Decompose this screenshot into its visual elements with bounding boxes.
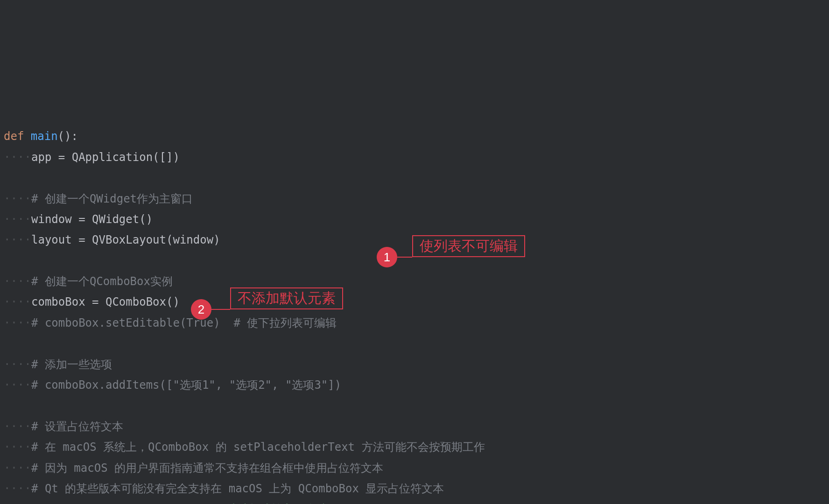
annotation-2: 2 不添加默认元素 [191,299,343,320]
code-line[interactable]: ····window = QWidget() [4,209,829,230]
annotation-connector-1 [397,257,412,258]
annotation-connector-2 [211,309,230,310]
code-line[interactable]: ····# comboBox.setEditable(True) # 使下拉列表… [4,313,829,333]
code-line[interactable] [4,168,829,188]
code-line[interactable]: ····# 设置占位符文本 [4,416,829,437]
code-line[interactable]: ····# 创建一个QComboBox实例 [4,271,829,292]
code-line[interactable] [4,333,829,354]
code-line[interactable]: def main(): [4,126,829,147]
code-line[interactable]: ····# 因为 macOS 的用户界面指南通常不支持在组合框中使用占位符文本 [4,458,829,478]
code-line[interactable]: ····# 创建一个QWidget作为主窗口 [4,189,829,209]
annotation-badge-1: 1 [377,247,397,267]
annotation-text-2: 不添加默认元素 [230,287,343,309]
code-line[interactable]: ····# 在 macOS 系统上，QComboBox 的 setPlaceho… [4,437,829,457]
code-line[interactable]: ····comboBox = QComboBox() [4,292,829,312]
code-line[interactable]: ····comboBox.setPlaceholderText("请选择或输入一… [4,499,829,504]
annotation-1: 1 使列表不可编辑 [377,247,525,267]
code-line[interactable] [4,395,829,416]
code-line[interactable]: ····# Qt 的某些版本可能没有完全支持在 macOS 上为 QComboB… [4,478,829,499]
annotation-badge-2: 2 [191,299,211,320]
code-line[interactable]: ····# 添加一些选项 [4,354,829,375]
code-editor[interactable]: def main():····app = QApplication([]) ··… [4,85,829,504]
annotation-text-1: 使列表不可编辑 [412,235,525,257]
code-line[interactable]: ····# comboBox.addItems(["选项1", "选项2", "… [4,375,829,395]
code-line[interactable]: ····app = QApplication([]) [4,147,829,168]
